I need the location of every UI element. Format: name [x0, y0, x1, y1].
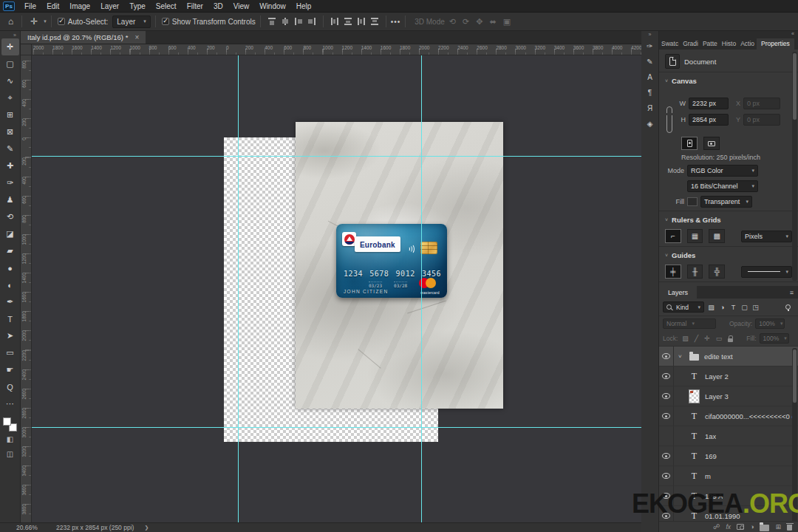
frame-tool[interactable]: ⊠ — [1, 123, 19, 140]
menu-item[interactable]: Edit — [41, 2, 64, 10]
layer-name[interactable]: Layer 3 — [705, 392, 729, 400]
clone-stamp-tool[interactable]: ♟ — [1, 191, 19, 208]
panel-tab[interactable]: Gradi — [681, 38, 700, 50]
auto-select-checkbox[interactable] — [58, 18, 65, 25]
menu-item[interactable]: 3D — [208, 2, 228, 10]
color-swatches[interactable] — [3, 417, 17, 432]
blend-mode-dropdown[interactable]: Normal ▾ — [663, 318, 716, 329]
menu-item[interactable]: Window — [254, 2, 291, 10]
distribute-right-icon[interactable] — [370, 17, 379, 26]
dodge-tool[interactable]: ◐ — [1, 276, 19, 293]
pen-tool[interactable]: ✒ — [1, 293, 19, 310]
more-align-options-button[interactable]: ••• — [391, 18, 401, 26]
menu-item[interactable]: Help — [291, 2, 317, 10]
layer-name[interactable]: cifa0000000...<<<<<<<<<0 d — [705, 412, 796, 420]
y-field[interactable]: 0 px — [743, 114, 780, 126]
tab-layers[interactable]: Layers — [659, 286, 697, 299]
healing-brush-tool[interactable]: ✚ — [1, 157, 19, 174]
distribute-horizontal-icon[interactable] — [344, 17, 352, 26]
distribute-vertical-icon[interactable] — [330, 17, 339, 26]
gradient-tool[interactable]: ▰ — [1, 242, 19, 259]
units-dropdown[interactable]: Pixels ▾ — [741, 231, 792, 242]
landscape-orientation-button[interactable] — [703, 137, 720, 150]
status-chevron-icon[interactable]: ❯ — [144, 525, 149, 531]
lock-guides-button[interactable]: ╫ — [687, 265, 703, 279]
menu-item[interactable]: Filter — [182, 2, 208, 10]
properties-scrollbar[interactable] — [792, 52, 797, 281]
opacity-field[interactable]: 100% ▾ — [755, 318, 785, 329]
filter-type-layers-icon[interactable]: T — [728, 302, 739, 313]
filter-toggle-icon[interactable] — [785, 304, 791, 310]
zoom-level-field[interactable]: 20.66% — [16, 524, 46, 531]
menu-item[interactable]: Type — [124, 2, 151, 10]
fill-field[interactable]: 100% ▾ — [760, 333, 789, 344]
panel-tab[interactable]: Histo — [720, 38, 738, 50]
lock-artboard-icon[interactable]: ▭ — [715, 335, 724, 342]
filter-adjustment-layers-icon[interactable]: ◑ — [717, 302, 728, 313]
filter-shape-layers-icon[interactable]: ▢ — [739, 302, 750, 313]
zoom-tool[interactable]: Q — [1, 378, 19, 395]
move-tool[interactable]: ✛ — [1, 38, 19, 55]
link-layers-icon[interactable]: ☍ — [713, 523, 720, 531]
menu-item[interactable]: File — [19, 2, 41, 10]
layer-row-m[interactable]: T m — [659, 466, 798, 486]
tab-properties[interactable]: Properties — [757, 38, 794, 50]
filter-kind-dropdown[interactable]: Kind ▾ — [663, 301, 704, 313]
collapse-panels-icon[interactable]: « — [659, 31, 798, 37]
visibility-toggle[interactable] — [659, 406, 674, 426]
menu-item[interactable]: Select — [151, 2, 182, 10]
layer-row-1ax[interactable]: T 1ax — [659, 426, 798, 446]
marquee-tool[interactable]: ▢ — [1, 55, 19, 72]
new-group-icon[interactable] — [760, 525, 769, 531]
toggle-guides-button[interactable]: ╪ — [665, 265, 681, 279]
shape-tool[interactable]: ▭ — [1, 344, 19, 361]
ruler-origin-corner[interactable] — [21, 44, 32, 55]
visibility-toggle[interactable] — [659, 386, 674, 406]
add-mask-icon[interactable] — [737, 524, 744, 530]
panel-tab[interactable]: Patte — [700, 38, 720, 50]
toggle-pixel-grid-button[interactable]: ▩ — [709, 229, 725, 243]
toolbar-collapse-icon[interactable]: » — [13, 31, 20, 38]
document-tab[interactable]: Italy id.psd @ 20.7% (RGB/16) * × — [21, 31, 146, 44]
layer-style-icon[interactable]: fx — [726, 523, 731, 531]
delete-layer-icon[interactable] — [787, 525, 792, 531]
layer-group-edite-text[interactable]: ˅ edite text — [659, 347, 798, 366]
expand-arrow-icon[interactable]: ˅ — [678, 353, 684, 360]
menu-item[interactable]: View — [228, 2, 255, 10]
guide-style-dropdown[interactable]: ▾ — [741, 266, 792, 278]
layer-name[interactable]: edite text — [704, 352, 733, 361]
panel-tab[interactable]: Actio — [738, 38, 757, 50]
paragraph-panel-icon[interactable]: ¶ — [643, 85, 658, 100]
guide-horizontal-1[interactable] — [32, 156, 641, 157]
character-panel-icon[interactable]: A — [643, 69, 658, 85]
distribute-left-icon[interactable] — [357, 17, 366, 26]
bit-depth-dropdown[interactable]: 16 Bits/Channel ▾ — [687, 180, 758, 192]
show-transform-checkbox[interactable] — [162, 18, 169, 25]
visibility-toggle[interactable] — [659, 466, 674, 485]
guide-vertical-2[interactable] — [421, 55, 422, 522]
home-icon[interactable]: ⌂ — [4, 16, 17, 27]
visibility-toggle[interactable] — [659, 347, 674, 366]
layer-row-cifa[interactable]: T cifa0000000...<<<<<<<<<0 d — [659, 406, 798, 426]
expand-panels-icon[interactable]: » — [649, 31, 652, 38]
brush-settings-panel-icon[interactable]: ✑ — [643, 38, 658, 54]
layer-row-169[interactable]: T 169 — [659, 446, 798, 466]
hand-tool[interactable]: ☛ — [1, 361, 19, 378]
lock-position-icon[interactable]: ✛ — [703, 335, 712, 342]
chevron-down-icon[interactable]: ▾ — [44, 18, 47, 24]
close-icon[interactable]: × — [134, 33, 139, 41]
new-layer-icon[interactable]: ⊞ — [775, 523, 781, 531]
3d-slide-icon[interactable]: ⬌ — [489, 17, 496, 27]
clear-guides-button[interactable]: ╬ — [709, 265, 725, 279]
brushes-panel-icon[interactable]: ✎ — [643, 54, 658, 69]
history-brush-tool[interactable]: ⟲ — [1, 208, 19, 225]
blur-tool[interactable]: ● — [1, 259, 19, 276]
edit-toolbar-button[interactable]: ⋯ — [1, 395, 19, 412]
vertical-ruler[interactable]: 8006004002000200400600800100012001400160… — [21, 55, 32, 522]
libraries-panel-icon[interactable]: ◈ — [643, 116, 658, 132]
align-center-icon[interactable] — [281, 17, 290, 26]
toggle-grid-button[interactable]: ▦ — [687, 229, 703, 243]
filter-smart-objects-icon[interactable]: ◳ — [750, 302, 761, 313]
eraser-tool[interactable]: ◪ — [1, 225, 19, 242]
3d-orbit-icon[interactable]: ⟲ — [449, 17, 456, 27]
